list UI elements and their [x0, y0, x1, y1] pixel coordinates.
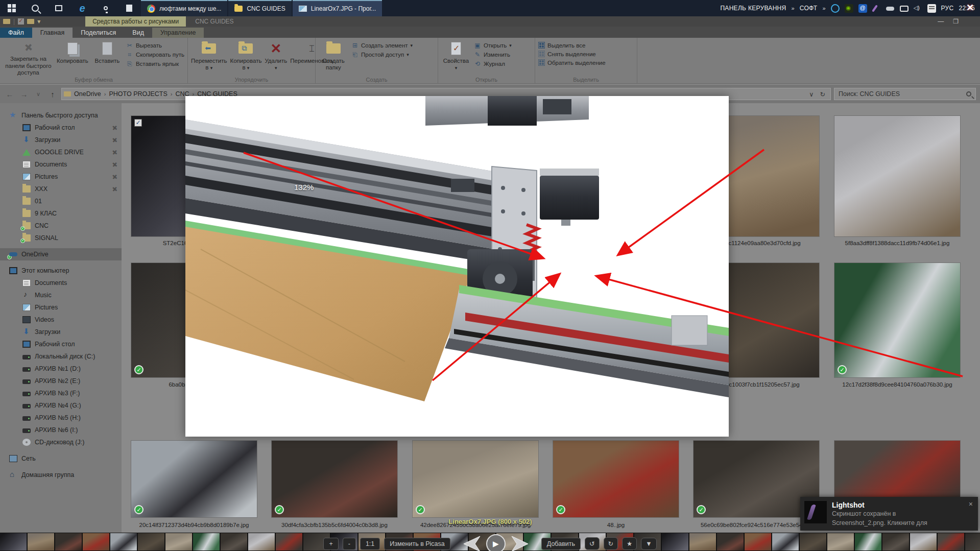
sidebar-item-архив-2-e-[interactable]: АРХИВ №2 (E:)	[0, 375, 122, 387]
sidebar-item-рабочий-стол[interactable]: Рабочий стол✚	[0, 122, 122, 134]
sidebar-item-архив-3-f-[interactable]: АРХИВ №3 (F:)	[0, 387, 122, 399]
tray-app-icon[interactable]	[831, 4, 840, 13]
tray-toolbar-panel[interactable]: ПАНЕЛЬ КЕРУВАННЯ	[720, 5, 786, 12]
sidebar-item-signal[interactable]: SIGNAL	[0, 232, 122, 244]
file-thumbnail[interactable]: ✓30df4cfa3cbfb135b5c6fd4004c0b3d8.jpg	[271, 440, 398, 518]
select-all-button[interactable]: Выделить все	[538, 42, 606, 49]
forward-button[interactable]: →	[18, 90, 30, 99]
tab-Главная[interactable]: Главная	[32, 28, 73, 38]
file-thumbnail[interactable]: ✓48..jpg	[553, 440, 679, 518]
sidebar-item-cnc[interactable]: CNC	[0, 220, 122, 232]
folder-icon[interactable]	[3, 19, 10, 24]
sidebar-item-documents[interactable]: Documents	[0, 277, 122, 289]
zoom-in-button[interactable]: +	[323, 538, 338, 550]
sidebar-item-01[interactable]: 01	[0, 195, 122, 207]
properties-button[interactable]: Свойства ▾	[441, 40, 471, 76]
sidebar-item-music[interactable]: Music	[0, 289, 122, 301]
delete-button[interactable]: ✕ Удалить ▾	[265, 40, 287, 76]
pin-to-quick-access-button[interactable]: ✚ Закрепить на панели быстрого доступа	[3, 40, 54, 76]
properties-icon[interactable]	[18, 18, 24, 25]
notes-icon[interactable]	[927, 4, 936, 13]
open-button[interactable]: ▣Открыть ▾	[474, 42, 512, 49]
address-dropdown-caret[interactable]: ∨	[809, 90, 814, 98]
sidebar-item-архив-1-d-[interactable]: АРХИВ №1 (D:)	[0, 363, 122, 375]
sidebar-item-локальный-диск-c-[interactable]: Локальный диск (C:)	[0, 350, 122, 363]
language-indicator[interactable]: РУС	[941, 5, 954, 12]
sidebar-item-сеть[interactable]: Сеть	[0, 452, 122, 465]
sidebar-item-загрузки[interactable]: Загрузки✚	[0, 134, 122, 146]
sidebar-item-домашняя-группа[interactable]: Домашняя группа	[0, 469, 122, 481]
taskbar-app-photo-viewer[interactable]: LinearOx7.JPG - Прог...	[293, 0, 383, 16]
easy-access-button[interactable]: ⎗Простой доступ ▾	[351, 51, 413, 58]
viewer-close-button[interactable]: ✕	[966, 2, 974, 13]
minimize-button[interactable]: —	[938, 18, 944, 25]
onedrive-tray-icon[interactable]	[886, 4, 895, 13]
file-thumbnail[interactable]: ✓42dee826724550c58a06e25af76efe79.jpg	[412, 440, 539, 518]
sidebar-item-cd-дисковод-j-[interactable]: CD-дисковод (J:)	[0, 436, 122, 448]
sidebar-item-xxx[interactable]: XXX✚	[0, 183, 122, 195]
edit-in-picasa-button[interactable]: Изменить в Picasa	[384, 538, 450, 550]
actual-size-button[interactable]: 1:1	[360, 538, 380, 550]
sidebar-item-панель-быстрого-доступа[interactable]: Панель быстрого доступа	[0, 109, 122, 122]
sidebar-item-9-клас[interactable]: 9 КЛАС	[0, 207, 122, 220]
select-none-button[interactable]: Снять выделение	[538, 51, 606, 57]
copy-button[interactable]: Копировать	[57, 40, 88, 76]
star-button[interactable]: ★	[622, 537, 637, 550]
search-box[interactable]: Поиск: CNC GUIDES	[834, 88, 976, 100]
file-thumbnail[interactable]: ✓12c17d2f38f8d9cee84104760a076b30.jpg	[834, 262, 961, 378]
cortana-button[interactable]	[94, 0, 117, 16]
chevron-icon[interactable]: »	[792, 5, 795, 11]
next-image-arrow[interactable]	[510, 535, 537, 551]
sidebar-item-pictures[interactable]: Pictures✚	[0, 171, 122, 183]
qat-customize-caret[interactable]: ▾	[37, 18, 40, 25]
sidebar-item-рабочий-стол[interactable]: Рабочий стол	[0, 338, 122, 350]
item-checkbox[interactable]: ✓	[134, 119, 142, 127]
tab-Поделиться[interactable]: Поделиться	[73, 28, 124, 38]
taskbar-search-button[interactable]	[23, 0, 47, 16]
add-button[interactable]: Добавить	[541, 538, 581, 550]
sidebar-item-onedrive[interactable]: OneDrive	[0, 248, 122, 260]
copy-to-button[interactable]: Копировать в ▾	[230, 40, 261, 76]
more-options-button[interactable]: ▼	[641, 538, 656, 550]
previous-image-arrow[interactable]	[455, 535, 482, 551]
taskbar-app-explorer[interactable]: CNC GUIDES	[228, 0, 291, 16]
sidebar-item-архив-4-g-[interactable]: АРХИВ №4 (G:)	[0, 399, 122, 412]
edge-button[interactable]: e	[70, 0, 94, 16]
notification-close-button[interactable]: ×	[969, 500, 973, 508]
rotate-cw-button[interactable]: ↻	[604, 537, 618, 550]
up-button[interactable]: ↑	[47, 90, 58, 99]
paste-button[interactable]: Вставить	[91, 40, 123, 76]
taskbar-app-chrome[interactable]: люфтами между ше...	[141, 0, 227, 16]
tray-toolbar-soft[interactable]: СОФТ	[800, 5, 818, 12]
folder-icon[interactable]	[27, 19, 34, 24]
sidebar-item-архив-6-i-[interactable]: АРХИВ №6 (I:)	[0, 424, 122, 436]
sidebar-item-videos[interactable]: Videos	[0, 314, 122, 326]
sidebar-item-pictures[interactable]: Pictures	[0, 301, 122, 314]
tab-Файл[interactable]: Файл	[0, 28, 32, 38]
chevron-icon[interactable]: »	[822, 5, 825, 11]
breadcrumb-item[interactable]: OneDrive	[71, 90, 104, 98]
tab-Вид[interactable]: Вид	[124, 28, 152, 38]
sidebar-item-google-drive[interactable]: GOOGLE DRIVE✚	[0, 146, 122, 158]
paste-shortcut-button[interactable]: ⎘Вставить ярлык	[126, 60, 184, 67]
new-item-button[interactable]: ⊞Создать элемент ▾	[351, 42, 413, 49]
recent-locations-button[interactable]: ∨	[33, 91, 44, 98]
task-view-button[interactable]	[47, 0, 70, 16]
viewer-image[interactable]	[185, 96, 729, 437]
copy-path-button[interactable]: ⌗Скопировать путь	[126, 51, 184, 58]
sidebar-item-этот-компьютер[interactable]: Этот компьютер	[0, 265, 122, 277]
refresh-icon[interactable]: ↻	[820, 90, 825, 98]
file-thumbnail[interactable]: 5f8aa3dff8f1388dacc11d9fb74d06e1.jpg	[834, 115, 961, 237]
tray-messenger-icon[interactable]	[858, 4, 867, 13]
display-icon[interactable]	[900, 6, 909, 12]
sidebar-item-documents[interactable]: Documents✚	[0, 158, 122, 171]
lightshot-notification[interactable]: Lightshot Скриншот сохранён в Screenshot…	[800, 497, 978, 531]
edit-button[interactable]: ✎Изменить	[474, 51, 512, 58]
invert-selection-button[interactable]: Обратить выделение	[538, 59, 606, 66]
picture-tools-tab-header[interactable]: Средства работы с рисунками	[85, 16, 186, 27]
maximize-button[interactable]: ❐	[953, 18, 959, 25]
tab-Управление[interactable]: Управление	[152, 28, 204, 38]
history-button[interactable]: ⟲Журнал	[474, 60, 512, 67]
sidebar-item-загрузки[interactable]: Загрузки	[0, 326, 122, 338]
new-folder-button[interactable]: Создать папку	[319, 40, 348, 76]
